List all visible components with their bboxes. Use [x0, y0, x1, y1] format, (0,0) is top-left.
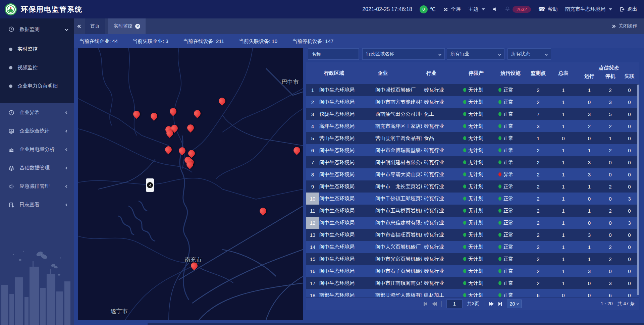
cell-stop-status: 无计划 [459, 241, 494, 253]
prev-page-button[interactable] [432, 302, 437, 306]
cell-meters: 1 [549, 253, 578, 265]
status-filter-select[interactable]: 所有状态 [507, 48, 551, 60]
total-count-label: 共 47 条 [618, 301, 635, 307]
close-tab-icon[interactable]: ✕ [135, 24, 140, 29]
cell-lost: 0 [620, 265, 639, 277]
row-number: 10 [306, 193, 319, 205]
sidebar-item-5[interactable]: 应急减排管理 [0, 177, 74, 196]
facility-status-label: 正常 [503, 268, 514, 274]
cell-run: 1 [578, 205, 601, 217]
row-number: 9 [306, 180, 319, 193]
row-number: 13 [306, 229, 319, 241]
table-row[interactable]: 3仪陇生态环境局西南油气田分公司川中化工无计划正常71350 [306, 108, 639, 120]
sidebar-item-6[interactable]: 日志查看 [0, 196, 74, 214]
cell-industry: 砖瓦行业 [422, 205, 459, 217]
sidebar-item-0[interactable]: 数据监测 [0, 18, 74, 40]
status-dot-icon [498, 257, 501, 261]
sidebar-item-2[interactable]: 企业综合统计 [0, 122, 74, 140]
fullscreen-button[interactable]: 全屏 [443, 6, 461, 12]
tab-home-label: 首页 [90, 23, 100, 29]
map-collapse-button[interactable] [146, 178, 154, 192]
next-page-button[interactable] [489, 302, 494, 306]
theme-label: 主题 [468, 6, 478, 12]
table-body: 1阆中生态环境局阆中强锐页岩砖厂砖瓦行业无计划正常211202阆中生态环境局阆中… [306, 84, 639, 297]
mute-button[interactable] [492, 7, 497, 12]
stop-status-label: 无计划 [468, 99, 483, 105]
cell-points: 3 [527, 120, 549, 132]
table-row[interactable]: 9阆中生态环境局阆中市二龙长宝页岩砖砖瓦行业无计划正常21120 [306, 180, 639, 193]
table-row[interactable]: 14阆中生态环境局阆中大兴页岩机砖厂砖瓦行业无计划正常21120 [306, 241, 639, 253]
table-row[interactable]: 18南部生态环境局南部县鸿华人造板有限建材加工无计划正常60060 [306, 289, 639, 297]
chevron-left-icon [65, 129, 68, 132]
cell-stop-status: 无计划 [459, 265, 494, 277]
region-filter-select[interactable]: 行政区域名称 [362, 48, 445, 60]
status-dot-icon [498, 221, 501, 225]
first-page-button[interactable] [424, 302, 427, 306]
tabs-scroll-left-button[interactable] [78, 25, 82, 28]
table-scrollbar[interactable] [637, 85, 639, 295]
sidebar-subitem-2[interactable]: 企业电力负荷明细 [0, 77, 74, 95]
row-number: 3 [306, 108, 319, 120]
status-dot-icon [498, 293, 501, 297]
cell-region: 阆中生态环境局 [319, 241, 373, 253]
temperature: 0 ℃ [420, 5, 436, 13]
sidebar-item-1[interactable]: 企业异常 [0, 103, 74, 122]
cell-run: 0 [578, 96, 601, 108]
main-area: 首页 实时监控 ✕ 关闭操作 当前在线企业: 44当前失联企业: 3当前在线设备… [74, 18, 644, 325]
tabs-scroll-right-button[interactable] [611, 25, 615, 28]
table-row[interactable]: 13阆中生态环境局阆中市金福旺页岩机砖砖瓦行业无计划正常21300 [306, 229, 639, 241]
table-row[interactable]: 4高坪生态环境局南充市高坪区王家店建砖瓦行业无计划正常31220 [306, 120, 639, 132]
table-row[interactable]: 10阆中生态环境局阆中千佛镇五郎垭页岩砖瓦行业无计划正常21003 [306, 193, 639, 205]
sidebar-item-4[interactable]: 基础数据管理 [0, 159, 74, 177]
cell-run: 0 [578, 217, 601, 229]
table-row[interactable]: 1阆中生态环境局阆中强锐页岩砖厂砖瓦行业无计划正常21120 [306, 84, 639, 96]
cell-halt: 1 [601, 132, 620, 144]
chart-icon [8, 146, 15, 153]
facility-status-label: 正常 [503, 292, 514, 297]
page-number-input[interactable] [446, 300, 463, 308]
sidebar-item-3[interactable]: 企业用电量分析 [0, 140, 74, 159]
name-filter[interactable] [308, 48, 359, 60]
notifications[interactable]: 2632 [505, 6, 531, 13]
speaker-icon [492, 7, 497, 12]
page-size-value: 20 [510, 301, 515, 307]
table-row[interactable]: 16阆中生态环境局阆中市石子页岩机砖厂砖瓦行业无计划正常21300 [306, 265, 639, 277]
cell-industry: 砖瓦行业 [422, 265, 459, 277]
table-row[interactable]: 12阆中生态环境局阆中市忠信建材有限公砖瓦行业无计划正常21003 [306, 217, 639, 229]
help-button[interactable]: ☎ 帮助 [538, 6, 558, 13]
table-row[interactable]: 8阆中生态环境局阆中市枣碧大梁山页岩砖瓦行业无计划异常21300 [306, 168, 639, 180]
cell-halt: 3 [601, 277, 620, 289]
table-row[interactable]: 5营山生态环境局营山县润丰肉食品有限食品无计划正常10010 [306, 132, 639, 144]
status-dot-icon [498, 281, 501, 285]
close-operations-button[interactable]: 关闭操作 [619, 23, 637, 29]
theme-dropdown[interactable]: 主题 [468, 6, 485, 12]
sidebar-subitem-0[interactable]: 实时监控 [0, 40, 74, 58]
facility-status-label: 异常 [503, 171, 514, 178]
map-panel[interactable]: 巴中市南充市遂宁市 [78, 48, 303, 320]
table-row[interactable]: 2阆中生态环境局阆中市南方节能建材有砖瓦行业无计划正常21030 [306, 96, 639, 108]
name-filter-input[interactable] [312, 51, 355, 57]
last-page-button[interactable] [498, 302, 502, 306]
cell-meters: 1 [549, 144, 578, 156]
table-row[interactable]: 17阆中生态环境局阆中市江南镇阆南页岩砖瓦行业无计划正常21030 [306, 277, 639, 289]
sidebar-subitem-1[interactable]: 视频监控 [0, 58, 74, 77]
stat-item-4: 当前停机设备: 147 [292, 38, 333, 45]
tab-home[interactable]: 首页 [85, 18, 105, 34]
org-dropdown[interactable]: 南充市生态环境局 [565, 6, 612, 12]
map-city-label: 巴中市 [282, 78, 299, 86]
cell-company: 阆中强锐页岩砖厂 [373, 84, 422, 96]
cell-stop-status: 无计划 [459, 108, 494, 120]
col-run: 运行 [578, 73, 601, 84]
logout-button[interactable]: 退出 [620, 6, 637, 12]
page-size-select[interactable]: 20 [507, 300, 522, 308]
table-row[interactable]: 11阆中生态环境局阆中市五马桥页岩机砖砖瓦行业无计划正常21120 [306, 205, 639, 217]
table-row[interactable]: 7阆中生态环境局阆中明阳建材有限公司砖瓦行业无计划正常21300 [306, 156, 639, 168]
industry-filter-select[interactable]: 所有行业 [447, 48, 504, 60]
temperature-unit: ℃ [430, 6, 436, 12]
table-row[interactable]: 6阆中生态环境局阆中市金博瑞新型墙材砖瓦行业无计划正常21120 [306, 144, 639, 156]
tab-realtime-monitor[interactable]: 实时监控 ✕ [108, 18, 146, 34]
table-row[interactable]: 15阆中生态环境局阆中市光富页岩机砖厂砖瓦行业无计划正常21120 [306, 253, 639, 265]
status-dot-icon [498, 184, 501, 188]
cell-meters: 0 [549, 132, 578, 144]
cell-run: 3 [578, 156, 601, 168]
